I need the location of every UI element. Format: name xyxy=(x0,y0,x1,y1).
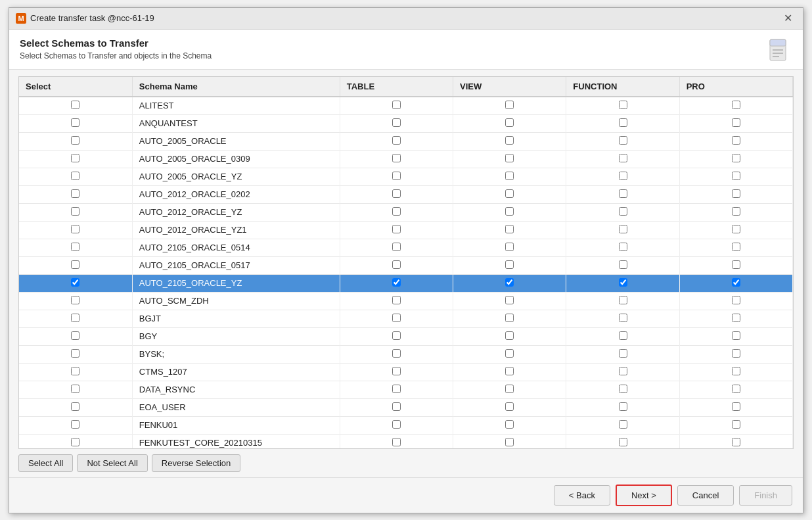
row-checkbox[interactable] xyxy=(619,101,627,109)
row-checkbox[interactable] xyxy=(392,314,401,322)
row-checkbox[interactable] xyxy=(71,136,79,145)
row-checkbox[interactable] xyxy=(71,207,79,216)
row-checkbox[interactable] xyxy=(392,385,401,393)
row-checkbox[interactable] xyxy=(505,402,514,411)
row-checkbox[interactable] xyxy=(619,172,627,180)
row-checkbox[interactable] xyxy=(732,314,740,322)
row-checkbox[interactable] xyxy=(392,260,401,269)
not-select-all-button[interactable]: Not Select All xyxy=(77,454,147,472)
row-checkbox[interactable] xyxy=(505,243,514,251)
row-checkbox[interactable] xyxy=(71,154,79,162)
row-checkbox[interactable] xyxy=(732,207,740,216)
row-checkbox[interactable] xyxy=(619,314,627,322)
row-checkbox[interactable] xyxy=(71,118,79,127)
row-checkbox[interactable] xyxy=(392,207,401,216)
row-checkbox[interactable] xyxy=(505,136,514,145)
row-checkbox[interactable] xyxy=(619,278,627,287)
row-checkbox[interactable] xyxy=(392,225,401,233)
row-checkbox[interactable] xyxy=(71,189,79,198)
row-checkbox[interactable] xyxy=(619,260,627,269)
row-checkbox[interactable] xyxy=(619,207,627,216)
row-checkbox[interactable] xyxy=(732,278,740,287)
row-checkbox[interactable] xyxy=(732,420,740,429)
row-checkbox[interactable] xyxy=(732,331,740,340)
row-checkbox[interactable] xyxy=(505,225,514,233)
row-checkbox[interactable] xyxy=(619,420,627,429)
row-checkbox[interactable] xyxy=(505,385,514,393)
row-checkbox[interactable] xyxy=(732,136,740,145)
row-checkbox[interactable] xyxy=(71,314,79,322)
row-checkbox[interactable] xyxy=(505,296,514,304)
row-checkbox[interactable] xyxy=(392,402,401,411)
select-all-button[interactable]: Select All xyxy=(18,454,73,472)
row-checkbox[interactable] xyxy=(505,189,514,198)
row-checkbox[interactable] xyxy=(619,402,627,411)
row-checkbox[interactable] xyxy=(505,260,514,269)
row-checkbox[interactable] xyxy=(392,243,401,251)
row-checkbox[interactable] xyxy=(505,314,514,322)
next-button[interactable]: Next > xyxy=(616,485,672,506)
row-checkbox[interactable] xyxy=(732,225,740,233)
row-checkbox[interactable] xyxy=(732,189,740,198)
finish-button[interactable]: Finish xyxy=(739,485,792,506)
row-checkbox[interactable] xyxy=(71,420,79,429)
row-checkbox[interactable] xyxy=(392,331,401,340)
row-checkbox[interactable] xyxy=(732,243,740,251)
row-checkbox[interactable] xyxy=(619,438,627,446)
row-checkbox[interactable] xyxy=(71,225,79,233)
row-checkbox[interactable] xyxy=(619,331,627,340)
row-checkbox[interactable] xyxy=(732,118,740,127)
cancel-button[interactable]: Cancel xyxy=(677,485,734,506)
row-checkbox[interactable] xyxy=(619,189,627,198)
back-button[interactable]: < Back xyxy=(554,485,610,506)
row-checkbox[interactable] xyxy=(71,260,79,269)
row-checkbox[interactable] xyxy=(71,438,79,446)
row-checkbox[interactable] xyxy=(505,331,514,340)
row-checkbox[interactable] xyxy=(71,101,79,109)
row-checkbox[interactable] xyxy=(71,172,79,180)
row-checkbox[interactable] xyxy=(732,101,740,109)
row-checkbox[interactable] xyxy=(732,402,740,411)
row-checkbox[interactable] xyxy=(392,420,401,429)
row-checkbox[interactable] xyxy=(71,331,79,340)
row-checkbox[interactable] xyxy=(392,118,401,127)
row-checkbox[interactable] xyxy=(392,136,401,145)
row-checkbox[interactable] xyxy=(732,367,740,375)
reverse-selection-button[interactable]: Reverse Selection xyxy=(152,454,241,472)
row-checkbox[interactable] xyxy=(392,189,401,198)
row-checkbox[interactable] xyxy=(732,172,740,180)
row-checkbox[interactable] xyxy=(619,118,627,127)
row-checkbox[interactable] xyxy=(71,296,79,304)
row-checkbox[interactable] xyxy=(619,225,627,233)
row-checkbox[interactable] xyxy=(619,154,627,162)
row-checkbox[interactable] xyxy=(505,118,514,127)
row-checkbox[interactable] xyxy=(619,367,627,375)
row-checkbox[interactable] xyxy=(619,136,627,145)
row-checkbox[interactable] xyxy=(71,385,79,393)
row-checkbox[interactable] xyxy=(392,296,401,304)
row-checkbox[interactable] xyxy=(505,420,514,429)
row-checkbox[interactable] xyxy=(505,278,514,287)
row-checkbox[interactable] xyxy=(71,243,79,251)
row-checkbox[interactable] xyxy=(392,172,401,180)
row-checkbox[interactable] xyxy=(392,367,401,375)
row-checkbox[interactable] xyxy=(732,385,740,393)
row-checkbox[interactable] xyxy=(732,296,740,304)
row-checkbox[interactable] xyxy=(505,349,514,358)
row-checkbox[interactable] xyxy=(619,296,627,304)
row-checkbox[interactable] xyxy=(732,349,740,358)
schema-table-container[interactable]: Select Schema Name TABLE VIEW FUNCTION P… xyxy=(18,76,794,449)
row-checkbox[interactable] xyxy=(505,172,514,180)
row-checkbox[interactable] xyxy=(392,101,401,109)
row-checkbox[interactable] xyxy=(505,101,514,109)
row-checkbox[interactable] xyxy=(392,349,401,358)
row-checkbox[interactable] xyxy=(732,260,740,269)
row-checkbox[interactable] xyxy=(619,349,627,358)
row-checkbox[interactable] xyxy=(392,278,401,287)
row-checkbox[interactable] xyxy=(732,154,740,162)
close-button[interactable]: ✕ xyxy=(780,12,796,25)
row-checkbox[interactable] xyxy=(619,243,627,251)
row-checkbox[interactable] xyxy=(392,438,401,446)
row-checkbox[interactable] xyxy=(71,402,79,411)
row-checkbox[interactable] xyxy=(732,438,740,446)
